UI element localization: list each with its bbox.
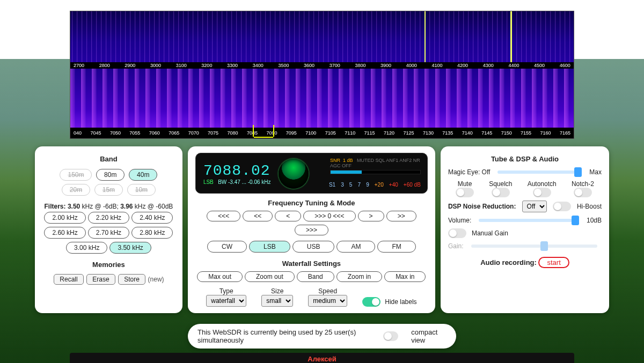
step-button[interactable]: <	[275, 211, 301, 221]
mode-lsb[interactable]: LSB	[249, 241, 290, 253]
hide-labels-label: Hide labels	[385, 298, 416, 306]
mode-bw-readout: LSB BW -3.47 ... -0.06 kHz	[203, 179, 271, 185]
filter-350kHz[interactable]: 3.50 kHz	[109, 242, 151, 254]
autonotch-toggle[interactable]	[533, 188, 551, 197]
filter-summary: Filters: 3.50 kHz @ -6dB; 3.96 kHz @ -60…	[42, 203, 175, 210]
footer-bar: This WebSDR is currently being used by 2…	[188, 324, 456, 349]
frequency-scale-lower[interactable]: 0407045705070557060706570707075708070857…	[70, 128, 574, 138]
band-20m[interactable]: 20m	[62, 184, 90, 196]
recording-label: Audio recording:	[480, 258, 537, 266]
band-title: Band	[42, 155, 175, 163]
frequency-scale-upper: 2700280029003000310032003300340035003600…	[70, 62, 574, 69]
magic-eye-slider[interactable]	[497, 171, 582, 174]
step-button[interactable]: <<<	[207, 211, 240, 221]
status-flags: SNR 1 dB MUTED SQL ANF1 ANF2 NR AGC OFF	[330, 158, 421, 176]
compact-toggle[interactable]	[383, 331, 398, 341]
filter-240kHz[interactable]: 2.40 kHz	[131, 212, 173, 224]
size-select[interactable]: small	[261, 295, 293, 307]
tuning-dial[interactable]	[279, 159, 309, 189]
type-select[interactable]: waterfall	[206, 295, 246, 307]
volume-label: Volume:	[448, 217, 471, 224]
step-button[interactable]: >>	[386, 211, 416, 221]
memories-note: (new)	[148, 276, 164, 283]
magic-eye-label: Magic Eye: Off	[448, 168, 490, 176]
wf-max-in[interactable]: Max in	[384, 271, 426, 282]
wf-zoom-in[interactable]: Zoom in	[336, 271, 382, 282]
audio-title: Tube & DSP & Audio	[448, 155, 602, 163]
recall-button[interactable]: Recall	[54, 274, 83, 285]
volume-value: 10dB	[587, 217, 602, 224]
s-meter-scale: S1 3 5 7 9 +20 +40 +60 dB	[329, 182, 421, 188]
waterfall-title: Waterfall Settings	[195, 260, 428, 268]
band-150m[interactable]: 150m	[60, 169, 92, 181]
s-meter-bar	[330, 170, 421, 174]
max-label: Max	[589, 168, 602, 176]
mode-fm[interactable]: FM	[377, 241, 415, 253]
manual-gain-label: Manual Gain	[472, 229, 508, 237]
hide-labels-toggle[interactable]	[362, 297, 380, 307]
band-80m[interactable]: 80m	[96, 169, 125, 181]
gain-slider[interactable]	[471, 245, 597, 248]
autonotch-label: Autonotch	[528, 180, 557, 188]
spectrogram-upper	[70, 11, 574, 62]
dsp-select[interactable]: Off	[522, 201, 547, 212]
speed-select[interactable]: medium	[308, 295, 347, 307]
frequency-readout[interactable]: 7088.02	[203, 162, 271, 179]
mode-am[interactable]: AM	[336, 241, 375, 253]
band-panel: Band 150m 80m 40m 20m 15m 10m Filters: 3…	[35, 146, 182, 313]
band-40m[interactable]: 40m	[129, 169, 157, 181]
wf-band[interactable]: Band	[297, 271, 334, 282]
radio-display: 7088.02 LSB BW -3.47 ... -0.06 kHz SNR 1…	[195, 153, 428, 194]
filter-200kHz[interactable]: 2.00 kHz	[44, 212, 85, 224]
step-button[interactable]: >	[358, 211, 384, 221]
hiboost-label: Hi-Boost	[577, 203, 602, 210]
wf-max-out[interactable]: Max out	[197, 271, 243, 282]
step-button[interactable]: >>>	[295, 225, 328, 235]
band-10m[interactable]: 10m	[127, 184, 156, 196]
wf-zoom-out[interactable]: Zoom out	[245, 271, 295, 282]
notch2-toggle[interactable]	[574, 188, 592, 197]
speed-label: Speed	[318, 287, 337, 295]
notch2-label: Notch-2	[572, 180, 594, 188]
tuning-marker[interactable]	[253, 125, 274, 137]
filter-280kHz[interactable]: 2.80 kHz	[131, 227, 173, 239]
tuning-panel: 7088.02 LSB BW -3.47 ... -0.06 kHz SNR 1…	[188, 146, 435, 313]
waterfall-display[interactable]: 2700280029003000310032003300340035003600…	[70, 11, 574, 139]
mute-label: Mute	[456, 180, 474, 188]
compact-label: compact view	[411, 328, 447, 344]
filter-220kHz[interactable]: 2.20 kHz	[88, 212, 129, 224]
users-message: This WebSDR is currently being used by 2…	[197, 328, 370, 344]
dsp-label: DSP Noise Reduction:	[448, 203, 516, 210]
username-bar: Алексей	[70, 353, 574, 363]
squelch-toggle[interactable]	[492, 188, 510, 197]
mute-toggle[interactable]	[456, 188, 474, 197]
squelch-label: Squelch	[489, 180, 512, 188]
band-15m[interactable]: 15m	[94, 184, 123, 196]
filter-270kHz[interactable]: 2.70 kHz	[88, 227, 129, 239]
gain-label: Gain:	[448, 242, 464, 250]
record-start-button[interactable]: start	[538, 257, 569, 268]
mode-cw[interactable]: CW	[207, 241, 247, 253]
filter-300kHz[interactable]: 3.00 kHz	[66, 242, 107, 254]
volume-slider[interactable]	[479, 219, 579, 222]
mode-usb[interactable]: USB	[292, 241, 335, 253]
size-label: Size	[271, 287, 283, 295]
store-button[interactable]: Store	[118, 274, 145, 285]
memories-title: Memories	[42, 261, 175, 269]
step-button[interactable]: <<	[243, 211, 273, 221]
filter-260kHz[interactable]: 2.60 kHz	[44, 227, 85, 239]
manual-gain-toggle[interactable]	[448, 228, 466, 238]
hiboost-toggle[interactable]	[553, 202, 571, 211]
type-label: Type	[219, 287, 233, 295]
spectrogram-lower	[70, 69, 574, 128]
audio-panel: Tube & DSP & Audio Magic Eye: Off Max Mu…	[441, 146, 609, 313]
erase-button[interactable]: Erase	[86, 274, 115, 285]
step-button[interactable]: >>> 0 <<<	[303, 211, 355, 221]
tuning-title: Frequency Tuning & Mode	[195, 199, 428, 207]
